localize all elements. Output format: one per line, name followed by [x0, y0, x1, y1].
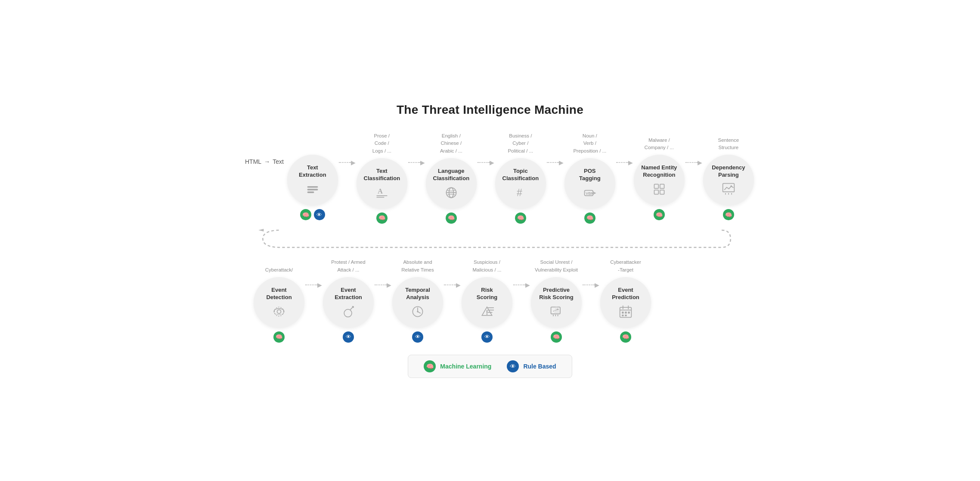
node-event-detection: Cyberattack/ EventDetection 🧠 — [254, 255, 304, 343]
legend-badge-ml: 🧠 — [424, 360, 436, 372]
connector-1: ▶ — [338, 132, 357, 166]
badge-rb-event-ext: 👁 — [343, 331, 354, 343]
node-event-prediction: Cyberattacker-Target EventPrediction 🧠 — [600, 255, 651, 343]
node-badges-event-pred: 🧠 — [620, 331, 631, 343]
node-label-ner: Named EntityRecognition — [641, 164, 677, 179]
node-circle-temporal: TemporalAnalysis — [392, 277, 443, 328]
svg-rect-51 — [625, 312, 626, 313]
node-badges-lang: 🧠 — [446, 212, 457, 224]
badge-ml-lang: 🧠 — [446, 212, 457, 224]
svg-marker-22 — [258, 229, 264, 231]
return-connector-svg — [245, 228, 735, 250]
vbn-icon: VBN — [583, 186, 597, 200]
badge-ml-topic: 🧠 — [515, 212, 526, 224]
badge-ml-text-extraction: 🧠 — [300, 209, 311, 220]
node-predictive-risk: Social Unrest /Vulnerability Exploit Pre… — [531, 255, 582, 343]
node-badges-temporal: 👁 — [412, 331, 423, 343]
node-subtitle-event-pred: Cyberattacker-Target — [610, 255, 641, 274]
connector-r2: ▶ — [374, 255, 392, 288]
node-circle-event-ext: EventExtraction — [323, 277, 374, 328]
page-title: The Threat Intelligence Machine — [245, 103, 735, 117]
node-circle-event-det: EventDetection — [254, 277, 304, 328]
svg-point-18 — [730, 185, 732, 187]
badge-ml-pos: 🧠 — [584, 212, 595, 224]
node-subtitle-event-ext: Protest / ArmedAttack / ... — [331, 255, 365, 274]
radar-icon — [272, 305, 286, 319]
badge-ml-dep: 🧠 — [723, 209, 734, 220]
node-badges-risk: 👁 — [481, 331, 493, 343]
legend-item-ml: 🧠 Machine Learning — [424, 360, 491, 372]
connector-r1: ▶ — [304, 255, 323, 288]
badge-rb-temporal: 👁 — [412, 331, 423, 343]
node-subtitle-dep: SentenceStructure — [718, 132, 739, 151]
legend: 🧠 Machine Learning 👁 Rule Based — [408, 355, 572, 378]
node-circle-pred: PredictiveRisk Scoring — [531, 277, 582, 328]
node-pos-tagging: Noun /Verb /Preposition / ... POSTagging… — [564, 132, 615, 224]
node-ner: Malware /Company / ... Named EntityRecog… — [634, 132, 685, 220]
arrow-icon: → — [264, 158, 270, 165]
page-container: The Threat Intelligence Machine HTML → T… — [245, 103, 735, 378]
connector-r4: ▶ — [512, 255, 531, 288]
legend-label-ml: Machine Learning — [440, 363, 491, 370]
svg-rect-52 — [628, 312, 630, 313]
connector-2: ▶ — [407, 132, 426, 166]
node-badges-text-classification: 🧠 — [376, 212, 388, 224]
connector-4: ▶ — [546, 132, 564, 166]
node-circle-text-classification: TextClassification A — [357, 158, 407, 209]
calendar-icon — [619, 305, 633, 319]
text-label: Text — [273, 158, 284, 165]
svg-rect-14 — [654, 190, 658, 194]
svg-rect-1 — [307, 189, 318, 191]
node-circle-risk: RiskScoring — [462, 277, 512, 328]
connector-r5: ▶ — [582, 255, 600, 288]
connector-6: ▶ — [685, 132, 703, 166]
node-label-event-pred: EventPrediction — [612, 287, 639, 301]
extraction-icon — [306, 182, 319, 196]
svg-text:VBN: VBN — [586, 191, 594, 196]
badge-rb-text-extraction: 👁 — [314, 209, 325, 220]
node-circle-lang: LanguageClassification — [426, 158, 477, 209]
pipeline-row-2: Cyberattack/ EventDetection 🧠 ▶ — [245, 255, 735, 343]
node-risk-scoring: Suspicious /Malicious / ... RiskScoring … — [462, 255, 512, 343]
node-badges-event-ext: 👁 — [343, 331, 354, 343]
svg-point-25 — [344, 309, 352, 317]
node-circle-event-pred: EventPrediction — [600, 277, 651, 328]
node-subtitle-risk: Suspicious /Malicious / ... — [472, 255, 501, 274]
svg-text:#: # — [517, 187, 522, 198]
return-connector — [245, 228, 735, 250]
hashtag-icon: # — [514, 186, 527, 200]
html-label: HTML — [245, 158, 261, 165]
svg-point-34 — [487, 314, 488, 315]
legend-item-rb: 👁 Rule Based — [507, 360, 556, 372]
svg-rect-2 — [307, 191, 314, 193]
badge-ml-pred: 🧠 — [551, 331, 562, 343]
node-subtitle-text-classification: Prose /Code /Logs / ... — [372, 132, 391, 155]
svg-point-23 — [277, 309, 281, 313]
node-event-extraction: Protest / ArmedAttack / ... EventExtract… — [323, 255, 374, 343]
node-circle-ner: Named EntityRecognition — [634, 155, 685, 206]
clock-icon — [411, 305, 425, 319]
node-subtitle-ner: Malware /Company / ... — [645, 132, 674, 151]
svg-text:A: A — [378, 187, 383, 195]
node-badges-text-extraction: 🧠 👁 — [300, 209, 325, 220]
node-label-text-classification: TextClassification — [364, 168, 400, 182]
node-text-extraction: TextExtraction 🧠 👁 — [287, 132, 338, 220]
node-topic-classification: Business /Cyber /Political / ... TopicCl… — [495, 132, 546, 224]
node-label-lang: LanguageClassification — [433, 168, 470, 182]
node-circle-pos: POSTagging VBN — [564, 158, 615, 209]
connector-r3: ▶ — [443, 255, 462, 288]
pipeline-row-1: HTML → Text TextExtraction 🧠 👁 — [245, 132, 735, 224]
node-subtitle-lang: English /Chinese /Arabic / ... — [440, 132, 462, 155]
svg-point-27 — [352, 306, 354, 308]
svg-point-31 — [417, 311, 419, 312]
html-text-label: HTML → Text — [245, 158, 284, 165]
node-circle-dep: DependencyParsing — [703, 155, 754, 206]
grid-icon — [652, 182, 666, 196]
badge-ml-event-det: 🧠 — [273, 331, 285, 343]
node-label-event-det: EventDetection — [266, 287, 292, 301]
node-subtitle-pred: Social Unrest /Vulnerability Exploit — [535, 255, 578, 274]
badge-rb-risk: 👁 — [481, 331, 493, 343]
node-label-dep: DependencyParsing — [712, 164, 745, 179]
node-label-topic: TopicClassification — [502, 168, 539, 182]
node-circle-topic: TopicClassification # — [495, 158, 546, 209]
